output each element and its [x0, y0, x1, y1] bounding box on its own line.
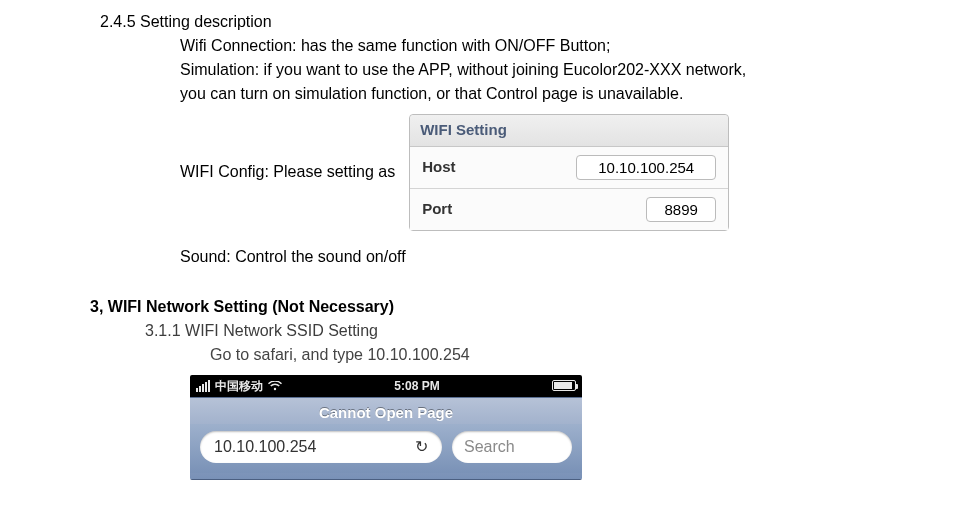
url-text: 10.10.100.254	[214, 435, 316, 459]
port-row: Port	[410, 188, 728, 230]
section-3-heading: 3, WIFI Network Setting (Not Necessary)	[90, 295, 965, 319]
battery-icon	[552, 380, 576, 391]
simulation-line-1: Simulation: if you want to use the APP, …	[180, 58, 965, 82]
section-245-heading: 2.4.5 Setting description	[100, 10, 965, 34]
wifi-connection-line: Wifi Connection: has the same function w…	[180, 34, 965, 58]
wifi-setting-panel: WIFI Setting Host Port	[409, 114, 729, 231]
go-safari-line: Go to safari, and type 10.10.100.254	[210, 343, 965, 367]
search-field[interactable]: Search	[452, 431, 572, 463]
search-placeholder: Search	[464, 435, 515, 459]
reload-icon[interactable]: ↻	[415, 435, 434, 459]
port-input[interactable]	[646, 197, 716, 222]
status-time: 5:08 PM	[394, 377, 439, 395]
signal-icon	[196, 380, 210, 392]
port-label: Port	[422, 198, 452, 221]
ios-safari-mockup: 中国移动 5:08 PM Cannot Open Page 10.10.100.…	[190, 375, 582, 481]
safari-page-title: Cannot Open Page	[190, 402, 582, 425]
host-label: Host	[422, 156, 455, 179]
wifi-panel-title: WIFI Setting	[410, 115, 728, 147]
carrier-label: 中国移动	[215, 377, 263, 395]
host-row: Host	[410, 147, 728, 188]
sound-line: Sound: Control the sound on/off	[180, 245, 965, 269]
safari-toolbar: Cannot Open Page 10.10.100.254 ↻ Search	[190, 397, 582, 481]
ssid-setting-line: 3.1.1 WIFI Network SSID Setting	[145, 319, 965, 343]
host-input[interactable]	[576, 155, 716, 180]
wifi-icon	[268, 381, 282, 391]
status-bar: 中国移动 5:08 PM	[190, 375, 582, 397]
url-field[interactable]: 10.10.100.254 ↻	[200, 431, 442, 463]
wifi-config-label: WIFI Config: Please setting as	[180, 160, 395, 184]
simulation-line-2: you can turn on simulation function, or …	[180, 82, 965, 106]
